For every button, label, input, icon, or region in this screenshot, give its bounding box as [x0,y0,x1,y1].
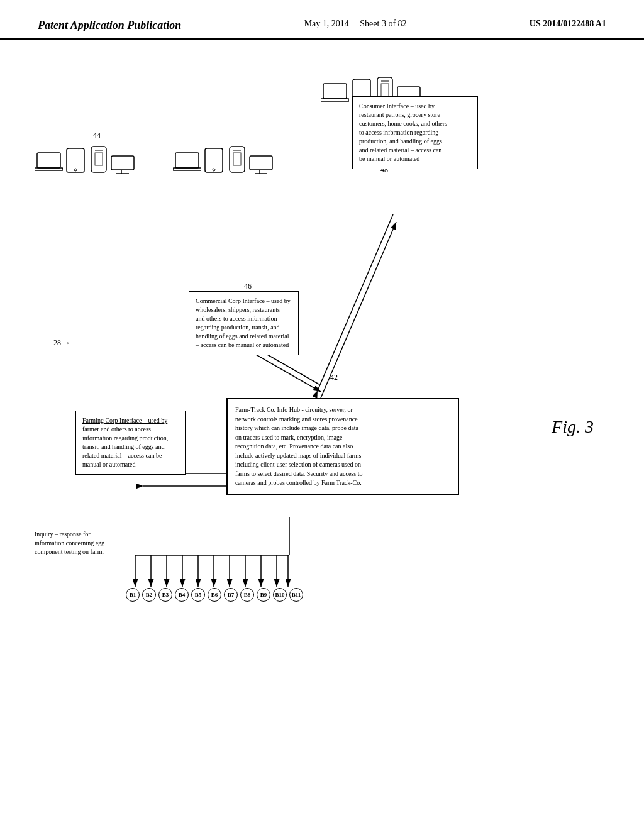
svg-rect-32 [173,168,201,170]
bc-B4: B4 [175,588,189,602]
monitor-icon-1 [110,155,135,174]
phone-icon-1 [90,145,108,174]
commercial-corp-box: Commercial Corp Interface – used by whol… [189,291,299,355]
diagram-area: 44 28 → Farming Corp Interface – use [0,40,644,819]
svg-line-7 [318,214,393,390]
farming-box-title: Farming Corp Interface – used by [82,417,167,424]
bc-B10: B10 [273,588,287,602]
consumer-box: Consumer Interface – used by restaurant … [352,96,478,169]
bc-B5: B5 [191,588,205,602]
svg-rect-41 [323,84,347,99]
hub-box: Farm-Track Co. Info Hub - circuitry, ser… [226,398,459,495]
label-28: 28 → [53,338,70,348]
bc-B8: B8 [240,588,254,602]
figure-label: Fig. 3 [552,417,594,437]
tablet-icon-2 [204,147,226,174]
laptop-icon-3 [321,82,349,104]
svg-rect-22 [35,168,63,170]
bc-B3: B3 [158,588,172,602]
laptop-icon-2 [173,152,201,174]
phone-icon-2 [228,145,246,174]
svg-rect-27 [95,153,103,165]
label-42: 42 [330,373,338,382]
svg-rect-21 [37,153,60,168]
bc-B9: B9 [257,588,270,602]
svg-rect-37 [233,153,241,165]
farming-corp-box: Farming Corp Interface – used by farmer … [75,411,186,475]
header-title: Patent Application Publication [38,19,181,32]
bc-B1: B1 [126,588,140,602]
commercial-box-title: Commercial Corp Interface – used by [196,297,291,304]
bc-labels-group: B1 B2 B3 B4 B5 B6 B7 B8 B9 B10 B11 [126,588,303,602]
laptop-icon-1 [35,152,63,174]
svg-rect-28 [111,156,134,170]
label-46: 46 [244,282,252,291]
header-date-sheet: May 1, 2014 Sheet 3 of 82 [304,19,407,29]
bc-B6: B6 [208,588,221,602]
page-header: Patent Application Publication May 1, 20… [0,0,644,40]
svg-line-6 [321,222,396,398]
svg-rect-31 [175,153,199,168]
svg-rect-42 [321,99,349,101]
bc-B7: B7 [224,588,238,602]
svg-rect-38 [250,156,272,170]
bc-B11: B11 [289,588,303,602]
svg-rect-47 [381,84,389,96]
commercial-devices [173,140,274,176]
hub-box-title: Farm-Track Co. Info Hub - circuitry, ser… [235,406,353,413]
monitor-icon-2 [248,155,274,174]
consumer-box-title: Consumer Interface – used by [359,102,435,109]
inquiry-text: Inquiry – response for information conce… [35,530,135,556]
bc-B2: B2 [142,588,156,602]
header-date: May 1, 2014 [304,19,349,28]
svg-point-34 [213,169,215,171]
farming-devices [35,140,135,176]
header-patent: US 2014/0122488 A1 [530,19,606,29]
label-44: 44 [93,131,101,140]
tablet-icon-1 [65,147,87,174]
header-sheet: Sheet 3 of 82 [360,19,406,28]
svg-point-24 [74,169,77,171]
